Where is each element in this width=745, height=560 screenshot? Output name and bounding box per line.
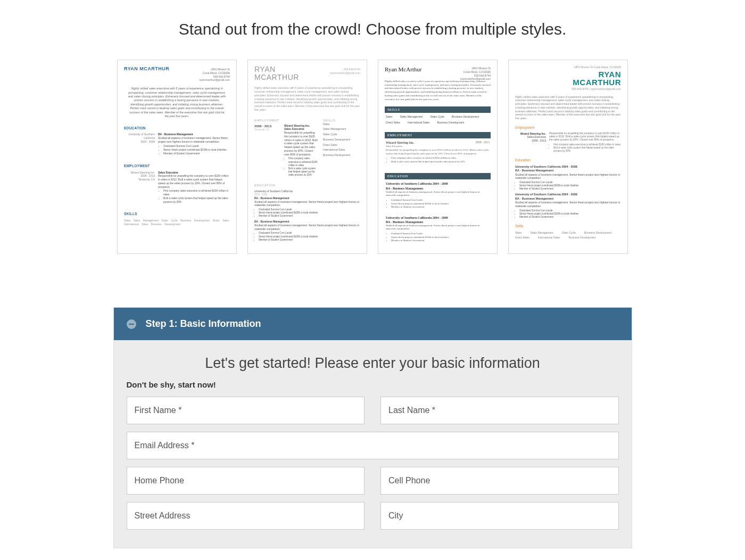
home-phone-field[interactable] [127, 467, 365, 495]
step-title: Step 1: Basic Information [146, 318, 261, 330]
resume-contact: 555-542-8744 ryanmcarthur@gmail.com [330, 68, 360, 75]
resume-contact: 1801 Mission St Costa Mesa, CA 92626 555… [460, 67, 491, 81]
email-input[interactable] [127, 432, 618, 459]
section-skills: SKILLS [124, 212, 230, 217]
section-education: EDUCATION [124, 126, 230, 131]
resume-summary: Highly skilled sales executive with 5 ye… [385, 80, 491, 102]
city-input[interactable] [381, 503, 618, 529]
email-field[interactable] [127, 432, 619, 459]
city-field[interactable] [380, 502, 619, 530]
resume-summary: Highly skilled sales executive with 5 ye… [124, 87, 230, 118]
last-name-field[interactable] [380, 397, 619, 424]
last-name-input[interactable] [381, 397, 618, 424]
first-name-field[interactable] [127, 397, 365, 424]
resume-summary: Highly skilled sales executive with 5 ye… [254, 86, 360, 111]
form-header[interactable]: Step 1: Basic Information [114, 308, 632, 340]
form-heading: Let's get started! Please enter your bas… [127, 355, 619, 372]
templates-row: RYAN MCARTHUR 1801 Mission St Costa Mesa… [0, 49, 745, 275]
resume-template-2[interactable]: RYANMCARTHUR 555-542-8744 ryanmcarthur@g… [247, 60, 367, 254]
form-sublabel: Don't be shy, start now! [127, 380, 619, 389]
resume-template-1[interactable]: RYAN MCARTHUR 1801 Mission St Costa Mesa… [117, 60, 237, 254]
form-panel: Step 1: Basic Information Let's get star… [113, 307, 632, 548]
resume-contact: 1801 Mission St Costa Mesa, CA 92626 555… [200, 68, 230, 82]
resume-template-4[interactable]: 1801 Mission St Costa Mesa, CA 92626 RYA… [508, 60, 628, 254]
first-name-input[interactable] [127, 397, 365, 424]
collapse-icon[interactable] [127, 319, 136, 329]
street-field[interactable] [127, 502, 365, 530]
home-phone-input[interactable] [127, 467, 365, 494]
cell-phone-input[interactable] [381, 467, 618, 494]
resume-summary: Highly skilled sales executive with 5 ye… [515, 95, 621, 120]
section-employment: EMPLOYMENT [124, 164, 230, 169]
form-body: Let's get started! Please enter your bas… [114, 340, 632, 548]
street-input[interactable] [127, 503, 365, 529]
resume-template-3[interactable]: Ryan McArthur 1801 Mission St Costa Mesa… [378, 60, 498, 254]
resume-name: RYANMCARTHUR [515, 70, 621, 86]
cell-phone-field[interactable] [380, 467, 619, 495]
hero-heading: Stand out from the crowd! Choose from mu… [0, 0, 745, 49]
